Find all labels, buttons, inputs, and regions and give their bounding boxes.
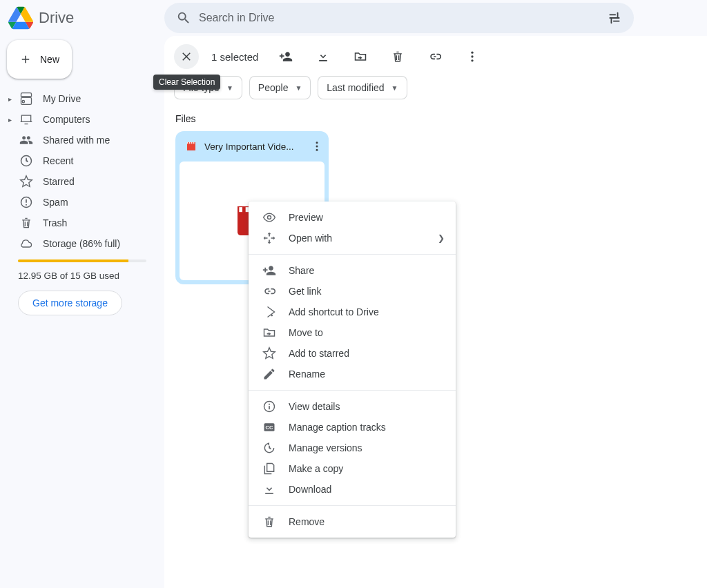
menu-item-label: Open with — [289, 233, 332, 244]
download-icon — [316, 50, 330, 63]
section-files-label: Files — [164, 99, 707, 131]
menu-item-remove[interactable]: Remove — [249, 511, 456, 532]
svg-point-14 — [268, 216, 271, 219]
get-more-storage-button[interactable]: Get more storage — [18, 291, 122, 315]
open-with-icon — [262, 231, 276, 245]
search-input[interactable] — [197, 11, 601, 25]
sidebar-item-my-drive[interactable]: ▸ My Drive — [6, 88, 155, 109]
sidebar-item-computers[interactable]: ▸ Computers — [6, 109, 155, 130]
share-button[interactable] — [273, 44, 298, 69]
move-button[interactable] — [348, 44, 373, 69]
menu-item-move-to[interactable]: Move to — [249, 322, 456, 343]
filter-last-modified[interactable]: Last modified▼ — [318, 76, 407, 99]
menu-item-get-link[interactable]: Get link — [249, 281, 456, 302]
search-options-icon[interactable] — [601, 4, 628, 32]
sidebar-item-label: My Drive — [43, 93, 81, 104]
menu-item-label: Add to starred — [289, 348, 349, 359]
plus-icon — [19, 52, 32, 67]
svg-point-5 — [316, 141, 318, 144]
svg-rect-16 — [269, 406, 270, 409]
menu-item-preview[interactable]: Preview — [249, 207, 456, 228]
menu-item-label: Add shortcut to Drive — [289, 306, 379, 317]
svg-point-7 — [316, 149, 318, 151]
menu-item-share[interactable]: Share — [249, 260, 456, 281]
trash-icon — [391, 50, 405, 63]
svg-point-4 — [472, 59, 474, 61]
sidebar-item-spam[interactable]: Spam — [6, 192, 155, 213]
spam-icon — [19, 195, 33, 209]
svg-point-1 — [26, 204, 27, 206]
menu-item-open-with[interactable]: Open with ❯ — [249, 228, 456, 248]
menu-item-download[interactable]: Download — [249, 479, 456, 500]
chevron-right-icon: ❯ — [438, 233, 445, 243]
svg-point-6 — [316, 146, 318, 148]
menu-separator — [249, 390, 456, 391]
drive-logo-icon — [8, 6, 33, 30]
close-icon — [180, 50, 193, 63]
clear-selection-button[interactable] — [174, 44, 199, 69]
my-drive-icon — [19, 92, 33, 106]
sidebar-item-storage[interactable]: Storage (86% full) — [6, 233, 155, 254]
sidebar-item-trash[interactable]: Trash — [6, 213, 155, 233]
search-bar[interactable] — [164, 3, 634, 33]
shared-icon — [19, 133, 33, 147]
menu-item-label: Rename — [289, 369, 325, 380]
sidebar-item-starred[interactable]: Starred — [6, 171, 155, 192]
pencil-icon — [262, 367, 276, 381]
menu-item-label: View details — [289, 401, 340, 412]
more-vert-icon — [465, 50, 479, 63]
sidebar: New ▸ My Drive ▸ Computers Shared with m… — [0, 36, 164, 588]
menu-item-label: Get link — [289, 286, 321, 297]
menu-item-rename[interactable]: Rename — [249, 364, 456, 384]
search-icon[interactable] — [170, 4, 197, 32]
menu-item-view-details[interactable]: View details — [249, 396, 456, 417]
more-vert-icon — [311, 140, 323, 153]
sidebar-item-label: Recent — [43, 155, 73, 166]
menu-item-label: Preview — [289, 212, 323, 223]
star-icon — [262, 346, 276, 360]
new-button[interactable]: New — [7, 40, 72, 79]
file-more-button[interactable] — [311, 140, 323, 153]
link-icon — [428, 50, 442, 63]
sidebar-item-shared[interactable]: Shared with me — [6, 130, 155, 150]
recent-icon — [19, 154, 33, 168]
download-button[interactable] — [311, 44, 336, 69]
more-actions-button[interactable] — [460, 44, 485, 69]
delete-button[interactable] — [385, 44, 410, 69]
menu-item-manage-versions[interactable]: Manage versions — [249, 438, 456, 458]
copy-icon — [262, 462, 276, 476]
svg-point-2 — [472, 52, 474, 54]
menu-separator — [249, 505, 456, 506]
folder-move-icon — [262, 326, 276, 340]
menu-item-manage-captions[interactable]: CC Manage caption tracks — [249, 417, 456, 438]
filter-people[interactable]: People▼ — [249, 76, 311, 99]
app-title[interactable]: Drive — [39, 9, 74, 27]
menu-item-add-to-starred[interactable]: Add to starred — [249, 343, 456, 364]
new-button-label: New — [40, 54, 59, 65]
storage-usage-text: 12.95 GB of 15 GB used — [18, 271, 155, 281]
filter-label: Last modified — [327, 82, 384, 93]
star-icon — [19, 175, 33, 188]
get-link-button[interactable] — [423, 44, 447, 69]
filter-label: People — [258, 82, 289, 93]
captions-icon: CC — [262, 420, 276, 434]
history-icon — [262, 441, 276, 455]
menu-item-label: Move to — [289, 327, 323, 338]
expand-caret-icon[interactable]: ▸ — [8, 116, 12, 124]
info-icon — [262, 400, 276, 413]
sidebar-item-label: Shared with me — [43, 135, 110, 146]
menu-item-label: Download — [289, 484, 331, 495]
computers-icon — [19, 112, 33, 126]
menu-item-add-shortcut[interactable]: Add shortcut to Drive — [249, 302, 456, 322]
selection-count: 1 selected — [211, 51, 258, 63]
expand-caret-icon[interactable]: ▸ — [8, 95, 12, 103]
menu-item-label: Make a copy — [289, 463, 343, 474]
menu-item-label: Share — [289, 265, 314, 276]
sidebar-item-recent[interactable]: Recent — [6, 150, 155, 171]
trash-icon — [262, 515, 276, 529]
video-file-icon — [185, 140, 197, 153]
caret-down-icon: ▼ — [295, 84, 302, 92]
menu-item-make-a-copy[interactable]: Make a copy — [249, 458, 456, 479]
header: Drive — [0, 0, 707, 36]
svg-rect-10 — [239, 207, 242, 212]
